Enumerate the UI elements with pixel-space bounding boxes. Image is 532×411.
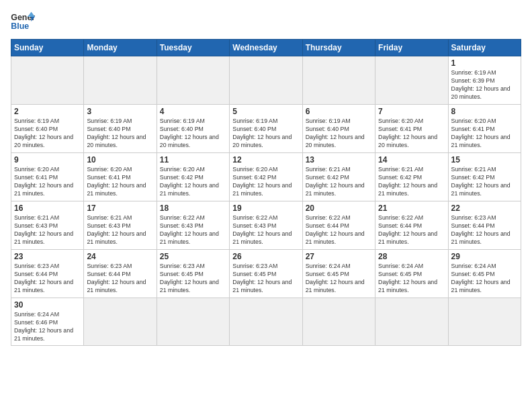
- calendar-cell: 11Sunrise: 6:20 AM Sunset: 6:42 PM Dayli…: [157, 153, 229, 201]
- calendar-cell: 25Sunrise: 6:23 AM Sunset: 6:45 PM Dayli…: [157, 250, 229, 298]
- day-info: Sunrise: 6:22 AM Sunset: 6:43 PM Dayligh…: [160, 214, 226, 246]
- day-info: Sunrise: 6:19 AM Sunset: 6:39 PM Dayligh…: [451, 69, 518, 101]
- day-info: Sunrise: 6:23 AM Sunset: 6:45 PM Dayligh…: [160, 263, 226, 295]
- day-number: 14: [378, 155, 445, 165]
- header: General Blue: [11, 11, 521, 32]
- day-number: 17: [87, 203, 153, 213]
- day-number: 12: [232, 155, 299, 165]
- day-number: 8: [451, 107, 518, 116]
- day-info: Sunrise: 6:20 AM Sunset: 6:42 PM Dayligh…: [232, 166, 299, 198]
- calendar-cell: 18Sunrise: 6:22 AM Sunset: 6:43 PM Dayli…: [157, 201, 229, 250]
- calendar-cell: [375, 298, 448, 346]
- day-number: 29: [451, 252, 518, 261]
- calendar-cell: [11, 56, 84, 105]
- day-info: Sunrise: 6:24 AM Sunset: 6:45 PM Dayligh…: [451, 263, 518, 295]
- calendar-cell: 30Sunrise: 6:24 AM Sunset: 6:46 PM Dayli…: [11, 298, 84, 346]
- calendar-cell: 3Sunrise: 6:19 AM Sunset: 6:40 PM Daylig…: [84, 105, 157, 153]
- weekday-header-monday: Monday: [84, 40, 157, 56]
- calendar-cell: 14Sunrise: 6:21 AM Sunset: 6:42 PM Dayli…: [375, 153, 448, 201]
- calendar-cell: 23Sunrise: 6:23 AM Sunset: 6:44 PM Dayli…: [11, 250, 84, 298]
- day-number: 24: [87, 252, 153, 261]
- calendar-cell: [302, 56, 375, 105]
- calendar-cell: 7Sunrise: 6:20 AM Sunset: 6:41 PM Daylig…: [375, 105, 448, 153]
- calendar-cell: [302, 298, 375, 346]
- weekday-header-thursday: Thursday: [302, 40, 375, 56]
- calendar-cell: 4Sunrise: 6:19 AM Sunset: 6:40 PM Daylig…: [157, 105, 229, 153]
- week-row-3: 9Sunrise: 6:20 AM Sunset: 6:41 PM Daylig…: [11, 153, 521, 201]
- calendar-cell: [375, 56, 448, 105]
- week-row-5: 23Sunrise: 6:23 AM Sunset: 6:44 PM Dayli…: [11, 250, 521, 298]
- day-number: 23: [14, 252, 81, 261]
- day-number: 18: [160, 203, 226, 213]
- week-row-2: 2Sunrise: 6:19 AM Sunset: 6:40 PM Daylig…: [11, 105, 521, 153]
- weekday-header-wednesday: Wednesday: [230, 40, 302, 56]
- calendar-cell: 19Sunrise: 6:22 AM Sunset: 6:43 PM Dayli…: [230, 201, 302, 250]
- day-info: Sunrise: 6:19 AM Sunset: 6:40 PM Dayligh…: [306, 118, 372, 150]
- day-info: Sunrise: 6:20 AM Sunset: 6:41 PM Dayligh…: [87, 166, 153, 198]
- calendar-cell: 5Sunrise: 6:19 AM Sunset: 6:40 PM Daylig…: [230, 105, 302, 153]
- day-number: 16: [14, 203, 81, 213]
- page: General Blue SundayMondayTuesdayWednesda…: [0, 0, 532, 411]
- weekday-header-saturday: Saturday: [448, 40, 521, 56]
- day-number: 21: [378, 203, 445, 213]
- calendar-cell: 28Sunrise: 6:24 AM Sunset: 6:45 PM Dayli…: [375, 250, 448, 298]
- day-number: 4: [160, 107, 226, 116]
- calendar-cell: 20Sunrise: 6:22 AM Sunset: 6:44 PM Dayli…: [302, 201, 375, 250]
- calendar-cell: 24Sunrise: 6:23 AM Sunset: 6:44 PM Dayli…: [84, 250, 157, 298]
- calendar-cell: 13Sunrise: 6:21 AM Sunset: 6:42 PM Dayli…: [302, 153, 375, 201]
- day-info: Sunrise: 6:24 AM Sunset: 6:46 PM Dayligh…: [14, 311, 81, 343]
- calendar-cell: [448, 298, 521, 346]
- calendar-cell: 12Sunrise: 6:20 AM Sunset: 6:42 PM Dayli…: [230, 153, 302, 201]
- day-info: Sunrise: 6:19 AM Sunset: 6:40 PM Dayligh…: [14, 118, 81, 150]
- day-info: Sunrise: 6:22 AM Sunset: 6:43 PM Dayligh…: [232, 214, 299, 246]
- calendar-cell: 26Sunrise: 6:23 AM Sunset: 6:45 PM Dayli…: [230, 250, 302, 298]
- day-number: 15: [451, 155, 518, 165]
- day-number: 3: [87, 107, 153, 116]
- day-number: 5: [232, 107, 299, 116]
- day-number: 22: [451, 203, 518, 213]
- day-info: Sunrise: 6:24 AM Sunset: 6:45 PM Dayligh…: [306, 263, 372, 295]
- day-info: Sunrise: 6:22 AM Sunset: 6:44 PM Dayligh…: [306, 214, 372, 246]
- day-number: 13: [306, 155, 372, 165]
- calendar-cell: [84, 56, 157, 105]
- day-number: 19: [232, 203, 299, 213]
- calendar-cell: 16Sunrise: 6:21 AM Sunset: 6:43 PM Dayli…: [11, 201, 84, 250]
- calendar-cell: 10Sunrise: 6:20 AM Sunset: 6:41 PM Dayli…: [84, 153, 157, 201]
- day-info: Sunrise: 6:24 AM Sunset: 6:45 PM Dayligh…: [378, 263, 445, 295]
- day-number: 9: [14, 155, 81, 165]
- day-info: Sunrise: 6:23 AM Sunset: 6:44 PM Dayligh…: [14, 263, 81, 295]
- day-number: 27: [306, 252, 372, 261]
- calendar-cell: 2Sunrise: 6:19 AM Sunset: 6:40 PM Daylig…: [11, 105, 84, 153]
- week-row-1: 1Sunrise: 6:19 AM Sunset: 6:39 PM Daylig…: [11, 56, 521, 105]
- calendar-table: SundayMondayTuesdayWednesdayThursdayFrid…: [11, 39, 521, 346]
- calendar-cell: [157, 298, 229, 346]
- day-info: Sunrise: 6:21 AM Sunset: 6:42 PM Dayligh…: [378, 166, 445, 198]
- day-info: Sunrise: 6:23 AM Sunset: 6:44 PM Dayligh…: [451, 214, 518, 246]
- day-info: Sunrise: 6:19 AM Sunset: 6:40 PM Dayligh…: [160, 118, 226, 150]
- day-info: Sunrise: 6:22 AM Sunset: 6:44 PM Dayligh…: [378, 214, 445, 246]
- week-row-4: 16Sunrise: 6:21 AM Sunset: 6:43 PM Dayli…: [11, 201, 521, 250]
- day-number: 11: [160, 155, 226, 165]
- logo-icon: General Blue: [11, 11, 35, 32]
- day-number: 28: [378, 252, 445, 261]
- day-info: Sunrise: 6:20 AM Sunset: 6:42 PM Dayligh…: [160, 166, 226, 198]
- calendar-cell: 27Sunrise: 6:24 AM Sunset: 6:45 PM Dayli…: [302, 250, 375, 298]
- calendar-cell: 9Sunrise: 6:20 AM Sunset: 6:41 PM Daylig…: [11, 153, 84, 201]
- day-number: 20: [306, 203, 372, 213]
- day-number: 10: [87, 155, 153, 165]
- day-info: Sunrise: 6:19 AM Sunset: 6:40 PM Dayligh…: [87, 118, 153, 150]
- calendar-cell: [230, 298, 302, 346]
- weekday-header-friday: Friday: [375, 40, 448, 56]
- week-row-6: 30Sunrise: 6:24 AM Sunset: 6:46 PM Dayli…: [11, 298, 521, 346]
- calendar-cell: 22Sunrise: 6:23 AM Sunset: 6:44 PM Dayli…: [448, 201, 521, 250]
- weekday-header-row: SundayMondayTuesdayWednesdayThursdayFrid…: [11, 40, 521, 56]
- day-number: 6: [306, 107, 372, 116]
- calendar-cell: 29Sunrise: 6:24 AM Sunset: 6:45 PM Dayli…: [448, 250, 521, 298]
- day-number: 7: [378, 107, 445, 116]
- calendar-cell: 15Sunrise: 6:21 AM Sunset: 6:42 PM Dayli…: [448, 153, 521, 201]
- day-info: Sunrise: 6:23 AM Sunset: 6:45 PM Dayligh…: [232, 263, 299, 295]
- calendar-cell: [84, 298, 157, 346]
- calendar-cell: [157, 56, 229, 105]
- day-number: 25: [160, 252, 226, 261]
- logo: General Blue: [11, 11, 35, 32]
